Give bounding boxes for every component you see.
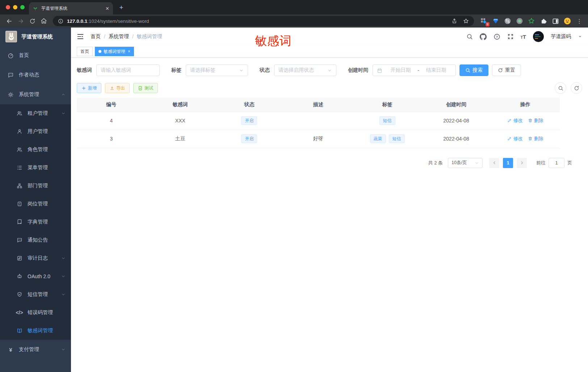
github-icon[interactable] (480, 33, 487, 40)
browser-menu-icon[interactable]: ⋮ (574, 18, 584, 25)
close-window-button[interactable] (6, 5, 10, 9)
minimize-window-button[interactable] (13, 5, 17, 9)
tag-select[interactable]: 请选择标签 (186, 64, 248, 76)
badge-icon (16, 201, 23, 207)
tag-view-首页[interactable]: 首页 (77, 47, 93, 56)
site-info-icon[interactable] (58, 18, 63, 24)
cell-status: 开启 (215, 130, 284, 148)
user-group-icon (16, 147, 23, 152)
chevron-down-icon (327, 68, 332, 73)
refresh-table-button[interactable] (571, 82, 582, 94)
column-header: 操作 (491, 98, 560, 112)
status-select[interactable]: 请选择启用状态 (274, 64, 336, 76)
test-button[interactable]: 测试 (133, 83, 158, 93)
cell-actions: 修改删除 (491, 130, 560, 148)
help-icon[interactable]: ? (494, 33, 500, 40)
keyword-input[interactable]: 请输入敏感词 (96, 64, 160, 76)
sidebar-collapse-icon[interactable] (77, 33, 84, 40)
top-navbar: 首页/系统管理/敏感词管理 ? TT (71, 28, 588, 46)
cell-actions: 修改删除 (491, 112, 560, 130)
sidebar-item-user[interactable]: 用户管理 (0, 122, 71, 141)
reset-button[interactable]: 重置 (492, 64, 521, 76)
sidebar-item-sms[interactable]: 短信管理 (0, 285, 71, 304)
goto-page-input[interactable]: 1 (549, 158, 564, 168)
sidebar-item-notice[interactable]: 通知公告 (0, 231, 71, 249)
page-size-select[interactable]: 10条/页 (448, 158, 483, 168)
tag-label: 标签 (171, 67, 181, 74)
sidebar-item-menu[interactable]: 菜单管理 (0, 159, 71, 177)
cell-status: 开启 (215, 112, 284, 130)
fullscreen-icon[interactable] (507, 33, 514, 40)
sidebar-item-sensitive-word[interactable]: 敏感词管理 (0, 322, 71, 340)
extension-command-icon[interactable] (504, 17, 512, 25)
sidebar-item-dict[interactable]: 字典管理 (0, 213, 71, 231)
extension-record-icon[interactable] (516, 17, 524, 25)
export-button[interactable]: 导出 (105, 83, 130, 93)
share-icon[interactable] (452, 18, 457, 24)
next-page-button[interactable] (517, 158, 527, 168)
cell-description: 好呀 (284, 130, 353, 148)
add-button[interactable]: 新增 (77, 83, 101, 93)
browser-toolbar: 127.0.0.1:1024/system/sensitive-word 9 (0, 14, 588, 28)
delete-link[interactable]: 删除 (528, 135, 543, 142)
home-icon[interactable] (38, 16, 49, 26)
edit-link[interactable]: 修改 (507, 135, 523, 142)
sidebar-item-dept[interactable]: 部门管理 (0, 177, 71, 195)
user-caret-down-icon[interactable] (578, 34, 582, 39)
users-icon (16, 110, 23, 116)
extensions-puzzle-icon[interactable] (539, 17, 547, 25)
sidebar-item-system[interactable]: 系统管理 (0, 85, 71, 104)
chevron-down-icon (475, 161, 479, 165)
forward-icon[interactable] (15, 16, 26, 26)
total-count-label: 共 2 条 (428, 160, 443, 166)
sidebar-item-error-code[interactable]: </>错误码管理 (0, 304, 71, 322)
app-logo[interactable]: 芋道管理系统 (0, 28, 71, 46)
tag-close-icon[interactable]: × (128, 49, 130, 54)
extension-gem-icon[interactable] (492, 17, 500, 25)
status-badge: 开启 (241, 116, 257, 125)
breadcrumb-item[interactable]: 系统管理 (109, 33, 129, 40)
date-range-picker[interactable]: 开始日期 - 结束日期 (373, 64, 456, 76)
column-header: 描述 (284, 98, 353, 112)
prev-page-button[interactable] (489, 158, 499, 168)
browser-tab[interactable]: 芋道管理系统 ✕ (29, 2, 113, 14)
yen-icon: ¥ (7, 347, 14, 353)
sidebar-item-audit-log[interactable]: 审计日志 (0, 249, 71, 267)
tab-close-icon[interactable]: ✕ (105, 6, 109, 11)
user-avatar[interactable] (533, 31, 544, 42)
reload-icon[interactable] (27, 16, 38, 26)
bookmark-star-icon[interactable] (463, 18, 469, 24)
chevron-down-icon (61, 347, 66, 352)
zoom-window-button[interactable] (20, 5, 25, 9)
new-tab-button[interactable]: + (116, 2, 127, 13)
side-panel-icon[interactable] (551, 17, 559, 25)
address-bar[interactable]: 127.0.0.1:1024/system/sensitive-word (53, 16, 474, 26)
chevron-down-icon (61, 292, 66, 297)
delete-link[interactable]: 删除 (528, 117, 543, 124)
extension-grid-icon[interactable]: 9 (480, 17, 488, 25)
sidebar-item-post[interactable]: 岗位管理 (0, 195, 71, 213)
search-button[interactable]: 搜索 (459, 64, 488, 76)
sidebar-item-role[interactable]: 角色管理 (0, 141, 71, 159)
show-search-toggle-button[interactable] (555, 82, 566, 94)
header-search-icon[interactable] (466, 33, 473, 40)
extension-star-icon[interactable] (528, 17, 536, 25)
breadcrumb-item[interactable]: 首页 (91, 33, 101, 40)
username-label[interactable]: 芋道源码 (551, 33, 571, 40)
sidebar-item-pay[interactable]: ¥支付管理 (0, 340, 71, 359)
sidebar-item-oauth[interactable]: OAuth 2.0 (0, 267, 71, 285)
url-path: :1024/system/sensitive-word (87, 18, 149, 24)
tag-view-敏感词管理[interactable]: 敏感词管理× (95, 47, 134, 56)
edit-link[interactable]: 修改 (507, 117, 523, 124)
back-icon[interactable] (4, 16, 14, 26)
page-number-1[interactable]: 1 (503, 158, 513, 168)
sidebar-item-author-news[interactable]: 作者动态 (0, 65, 71, 85)
extension-icons: 9 (478, 17, 574, 25)
sidebar-item-home[interactable]: 首页 (0, 46, 71, 65)
font-size-icon[interactable]: TT (521, 34, 526, 40)
profile-avatar[interactable] (563, 17, 571, 25)
breadcrumb-separator: / (132, 34, 134, 39)
tab-title: 芋道管理系统 (41, 5, 102, 12)
sidebar-item-label: 敏感词管理 (28, 327, 53, 334)
sidebar-item-tenant[interactable]: 租户管理 (0, 104, 71, 122)
